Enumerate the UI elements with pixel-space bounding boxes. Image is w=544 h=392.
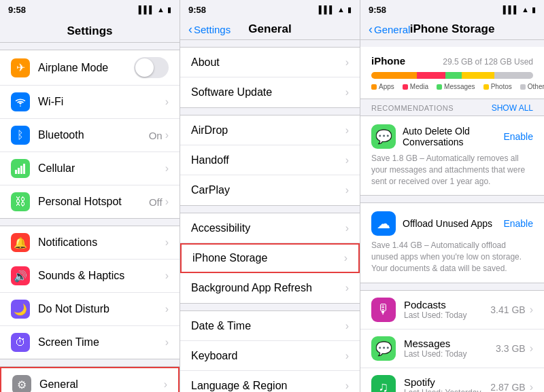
svg-rect-3 [23,164,25,174]
screentime-chevron: › [165,336,169,349]
legend-other-label: Other [528,83,544,90]
general-item-softwareupdate[interactable]: Software Update › [180,77,360,107]
status-bar-1: 9:58 ▌▌▌ ▲ ▮ [0,0,180,19]
autodelete-enable-button[interactable]: Enable [503,131,533,142]
status-time-2: 9:58 [188,5,206,15]
storage-bar [371,72,533,79]
legend-photos-label: Photos [491,83,512,90]
offload-enable-button[interactable]: Enable [503,218,533,229]
airplane-toggle[interactable] [134,57,169,78]
general-item-carplay[interactable]: CarPlay › [180,175,360,205]
podcasts-chevron: › [530,304,533,316]
notifications-icon: 🔔 [11,233,30,252]
status-bar-3: 9:58 ▌▌▌ ▲ ▮ [360,0,544,19]
rec-offload-header: ☁ Offload Unused Apps Enable [371,211,533,236]
storage-title-row: iPhone 29.5 GB of 128 GB Used [371,55,533,67]
hotspot-value: Off [149,196,163,208]
settings-item-wifi[interactable]: Wi-Fi › [0,86,180,119]
settings-item-donotdisturb[interactable]: 🌙 Do Not Disturb › [0,293,180,326]
general-section-3: Accessibility › iPhone Storage › Backgro… [180,213,360,304]
general-nav-header: ‹ Settings General [180,19,360,40]
general-item-about[interactable]: About › [180,48,360,77]
bar-media [417,72,446,79]
messages-chevron: › [530,342,533,355]
bar-photos [462,72,494,79]
general-item-iphonestorage[interactable]: iPhone Storage › [180,243,360,273]
sounds-chevron: › [165,270,169,282]
settings-item-cellular[interactable]: Cellular › [0,152,180,185]
general-item-keyboard[interactable]: Keyboard › [180,341,360,371]
app-item-podcasts[interactable]: 🎙 Podcasts Last Used: Today 3.41 GB › [360,291,544,329]
podcasts-size: 3.41 GB [490,304,525,315]
messages-size: 3.3 GB [496,343,526,354]
hotspot-icon: ⛓ [11,192,30,211]
wifi-chevron: › [165,96,169,108]
storage-back-button[interactable]: ‹ General [369,23,410,35]
cellular-icon [11,159,30,178]
bluetooth-value: On [149,130,163,141]
softwareupdate-label: Software Update [191,86,345,99]
notifications-label: Notifications [38,236,165,249]
general-label: General [39,378,164,391]
general-scroll[interactable]: About › Software Update › AirDrop › Hand… [180,40,360,392]
general-item-handoff[interactable]: Handoff › [180,145,360,175]
bar-other [494,72,533,79]
cellular-label: Cellular [38,162,165,175]
svg-rect-1 [18,168,20,174]
legend-apps-dot [371,84,377,90]
datetime-chevron: › [345,320,349,332]
general-item-language[interactable]: Language & Region › [180,371,360,392]
hotspot-label: Personal Hotspot [38,196,149,208]
settings-item-hotspot[interactable]: ⛓ Personal Hotspot Off › [0,185,180,218]
donotdisturb-icon: 🌙 [11,300,30,319]
settings-item-airplane[interactable]: ✈ Airplane Mode [0,50,180,86]
spotify-size: 2.87 GB [490,382,525,392]
settings-item-general[interactable]: ⚙ General › [0,367,180,392]
battery-status-icon-3: ▮ [532,5,536,14]
general-item-airdrop[interactable]: AirDrop › [180,115,360,145]
status-icons-1: ▌▌▌ ▲ ▮ [139,5,171,14]
storage-scroll[interactable]: iPhone 29.5 GB of 128 GB Used Apps Media [360,40,544,392]
legend-photos-dot [483,84,489,90]
offload-title: Offload Unused Apps [403,218,492,229]
general-item-datetime[interactable]: Date & Time › [180,311,360,341]
airplane-label: Airplane Mode [38,62,134,74]
cellular-chevron: › [165,162,169,175]
show-all-button[interactable]: SHOW ALL [492,103,533,113]
svg-rect-2 [20,166,22,174]
airplane-icon: ✈ [11,58,30,77]
settings-scroll[interactable]: ✈ Airplane Mode Wi-Fi › ᛒ Bluetooth On › [0,43,180,392]
offload-icon: ☁ [371,211,396,236]
general-item-backgroundrefresh[interactable]: Background App Refresh › [180,273,360,303]
app-item-spotify[interactable]: ♫ Spotify Last Used: Yesterday 2.87 GB › [360,368,544,392]
general-section-1: About › Software Update › [180,47,360,108]
rec-autodelete-title-row: Auto Delete Old Conversations Enable [403,126,533,147]
iphonestorage-label: iPhone Storage [192,252,344,264]
app-item-messages[interactable]: 💬 Messages Last Used: Today 3.3 GB › [360,329,544,368]
storage-back-label: General [374,24,410,35]
legend-apps: Apps [371,83,394,90]
legend-photos: Photos [483,83,512,90]
general-chevron: › [164,378,167,391]
svg-rect-0 [15,170,17,174]
podcasts-name: Podcasts [404,299,490,310]
language-label: Language & Region [191,380,345,392]
settings-item-notifications[interactable]: 🔔 Notifications › [0,226,180,260]
donotdisturb-label: Do Not Disturb [38,303,165,315]
settings-item-sounds[interactable]: 🔊 Sounds & Haptics › [0,260,180,293]
bluetooth-label: Bluetooth [38,129,149,141]
general-panel: 9:58 ▌▌▌ ▲ ▮ ‹ Settings General About › … [180,0,360,392]
messages-lastused: Last Used: Today [404,349,496,359]
signal-icon-3: ▌▌▌ [503,5,519,14]
accessibility-chevron: › [345,222,349,234]
back-chevron-icon: ‹ [188,23,192,35]
general-item-accessibility[interactable]: Accessibility › [180,213,360,243]
app-list: 🎙 Podcasts Last Used: Today 3.41 GB › 💬 … [360,290,544,392]
general-back-button[interactable]: ‹ Settings [188,23,231,35]
notifications-chevron: › [165,236,169,249]
backgroundrefresh-label: Background App Refresh [191,282,345,294]
general-section-2: AirDrop › Handoff › CarPlay › [180,115,360,206]
settings-nav-header: Settings [0,19,180,43]
settings-item-bluetooth[interactable]: ᛒ Bluetooth On › [0,119,180,152]
settings-item-screentime[interactable]: ⏱ Screen Time › [0,326,180,359]
